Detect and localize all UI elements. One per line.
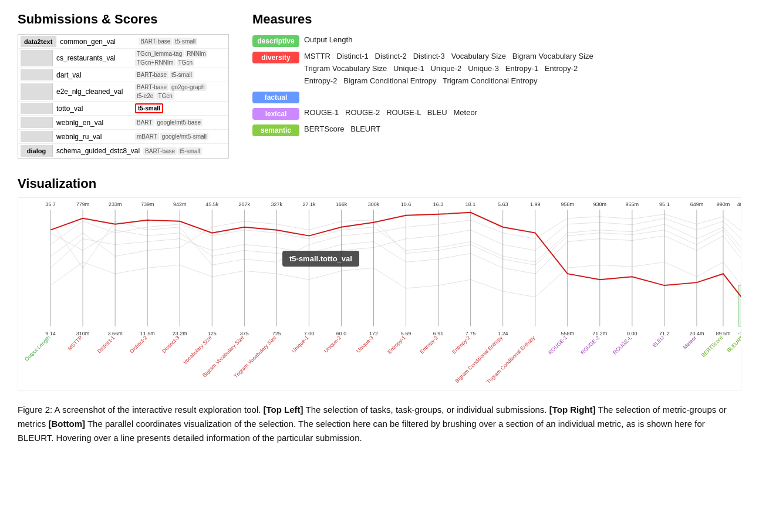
svg-text:Meteor: Meteor <box>682 335 697 351</box>
svg-text:955m: 955m <box>626 201 639 207</box>
table-row: e2e_nlg_cleaned_val BART-base go2go-grap… <box>18 82 228 102</box>
table-row: webnlg_ru_val mBART google/mt5-small <box>18 130 228 144</box>
svg-text:35.7: 35.7 <box>45 201 56 207</box>
model-tag[interactable]: BART-base <box>135 71 168 79</box>
model-tag[interactable]: t5-e2e <box>135 92 155 100</box>
submissions-table: data2text common_gen_val BART-base t5-sm… <box>18 34 229 159</box>
measures-panel: Measures descriptive Output Length diver… <box>252 12 741 159</box>
svg-text:482m: 482m <box>737 201 741 207</box>
top-left-label: [Top Left] <box>264 405 303 415</box>
svg-text:Entropy-2: Entropy-2 <box>419 335 439 355</box>
svg-text:Unique-3: Unique-3 <box>355 335 375 354</box>
metric-semantic-list: BERTScore BLEURT <box>304 123 741 136</box>
svg-text:ROUGE-2: ROUGE-2 <box>579 335 601 356</box>
model-tag[interactable]: BART-base <box>143 147 177 155</box>
model-tag[interactable]: BART <box>135 119 154 126</box>
model-tag[interactable]: go2go-graph <box>170 83 207 91</box>
group-label-dialog[interactable]: dialog <box>21 145 53 157</box>
badge-semantic[interactable]: semantic <box>252 124 299 136</box>
svg-text:739m: 739m <box>141 201 154 207</box>
model-tag[interactable]: mBART <box>135 133 159 140</box>
top-left-text: The selection of tasks, task-groups, or … <box>306 405 549 415</box>
dataset-name[interactable]: dart_val <box>53 70 135 80</box>
measure-row-descriptive: descriptive Output Length <box>252 34 741 47</box>
group-label-spacer <box>21 69 53 80</box>
dataset-name[interactable]: schema_guided_dstc8_val <box>53 146 143 156</box>
submissions-panel: Submissions & Scores data2text common_ge… <box>18 12 229 159</box>
badge-factual[interactable]: factual <box>252 92 299 103</box>
table-row: dialog schema_guided_dstc8_val BART-base… <box>18 144 228 158</box>
model-tag[interactable]: t5-small <box>170 71 194 79</box>
model-tag[interactable]: TGcn <box>177 59 194 66</box>
model-tag[interactable]: TGcn+RNNlm <box>135 59 176 66</box>
svg-text:BLEU: BLEU <box>652 335 666 349</box>
svg-text:930m: 930m <box>593 201 607 207</box>
model-tag[interactable]: google/mt5-small <box>160 133 208 140</box>
model-tag[interactable]: TGcn_lemma-tag <box>135 50 184 58</box>
svg-text:Distinct-2: Distinct-2 <box>129 335 149 354</box>
svg-text:20.4m: 20.4m <box>689 331 704 336</box>
svg-text:Vocabulary Size: Vocabulary Size <box>182 335 213 365</box>
bottom-label: [Bottom] <box>49 419 85 429</box>
model-tags: BART-base t5-small <box>139 38 197 45</box>
viz-container[interactable]: .axis-line { stroke: #aaa; stroke-width:… <box>18 197 741 391</box>
svg-text:45.5k: 45.5k <box>205 201 219 207</box>
parallel-coordinates-chart: .axis-line { stroke: #aaa; stroke-width:… <box>18 198 741 390</box>
group-label-spacer <box>21 117 53 128</box>
dataset-name[interactable]: cs_restaurants_val <box>53 53 135 63</box>
svg-text:Unique-2: Unique-2 <box>323 335 342 354</box>
figure-num: Figure 2: <box>18 405 52 415</box>
badge-descriptive[interactable]: descriptive <box>252 35 299 47</box>
model-tag[interactable]: google/mt5-base <box>156 119 203 126</box>
model-tag[interactable]: BART-base <box>139 38 172 45</box>
visualization-panel: Visualization .axis-line { stroke: #aaa;… <box>18 176 741 391</box>
visualization-title: Visualization <box>18 176 741 191</box>
svg-text:Distinct-1: Distinct-1 <box>96 335 116 354</box>
model-tag[interactable]: BART-base <box>135 83 168 91</box>
model-tags: BART-base t5-small <box>135 71 194 79</box>
model-tags: TGcn_lemma-tag RNNlm TGcn+RNNlm TGcn <box>135 50 226 66</box>
dataset-name[interactable]: common_gen_val <box>56 36 139 47</box>
submissions-title: Submissions & Scores <box>18 12 229 27</box>
svg-text:166k: 166k <box>336 201 348 207</box>
dataset-name[interactable]: e2e_nlg_cleaned_val <box>53 86 135 97</box>
badge-diversity[interactable]: diversity <box>252 52 299 63</box>
model-tag-selected[interactable]: t5-small <box>135 103 163 113</box>
svg-text:23.2m: 23.2m <box>173 331 187 336</box>
svg-text:958m: 958m <box>561 201 575 207</box>
svg-text:779m: 779m <box>76 201 90 207</box>
svg-text:3.66m: 3.66m <box>108 331 123 336</box>
table-row: cs_restaurants_val TGcn_lemma-tag RNNlm … <box>18 49 228 68</box>
table-row: dart_val BART-base t5-small <box>18 68 228 82</box>
svg-text:BLEURT: BLEURT <box>726 335 741 353</box>
top-right-label: [Top Right] <box>549 405 596 415</box>
table-row: data2text common_gen_val BART-base t5-sm… <box>18 35 228 49</box>
badge-lexical[interactable]: lexical <box>252 108 299 120</box>
svg-text:990m: 990m <box>717 201 730 207</box>
svg-text:11.5m: 11.5m <box>140 331 155 336</box>
group-label-spacer <box>21 83 53 100</box>
dataset-name[interactable]: webnlg_ru_val <box>53 132 135 142</box>
measures-grid: descriptive Output Length diversity MSTT… <box>252 34 741 136</box>
svg-text:649m: 649m <box>690 201 704 207</box>
measure-row-factual: factual <box>252 90 741 103</box>
svg-text:18.1: 18.1 <box>465 201 476 207</box>
table-row: webnlg_en_val BART google/mt5-base <box>18 116 228 130</box>
group-label-spacer <box>21 131 53 142</box>
svg-text:Distinct-3: Distinct-3 <box>161 335 181 354</box>
dataset-name[interactable]: webnlg_en_val <box>53 117 135 128</box>
svg-text:ROUGE-1: ROUGE-1 <box>547 335 568 356</box>
svg-text:5.63: 5.63 <box>498 201 508 207</box>
model-tag[interactable]: TGcn <box>156 92 174 100</box>
svg-text:Unique-1: Unique-1 <box>291 335 310 354</box>
table-row: totto_val t5-small <box>18 102 228 116</box>
model-tags: BART-base t5-small <box>143 147 202 155</box>
group-label-data2text[interactable]: data2text <box>21 36 56 47</box>
svg-text:10.6: 10.6 <box>401 201 411 207</box>
model-tag[interactable]: t5-small <box>178 147 202 155</box>
svg-text:942m: 942m <box>173 201 187 207</box>
model-tags: t5-small <box>135 103 163 113</box>
dataset-name[interactable]: totto_val <box>53 103 135 114</box>
model-tag[interactable]: t5-small <box>173 38 197 45</box>
model-tag[interactable]: RNNlm <box>185 50 207 58</box>
